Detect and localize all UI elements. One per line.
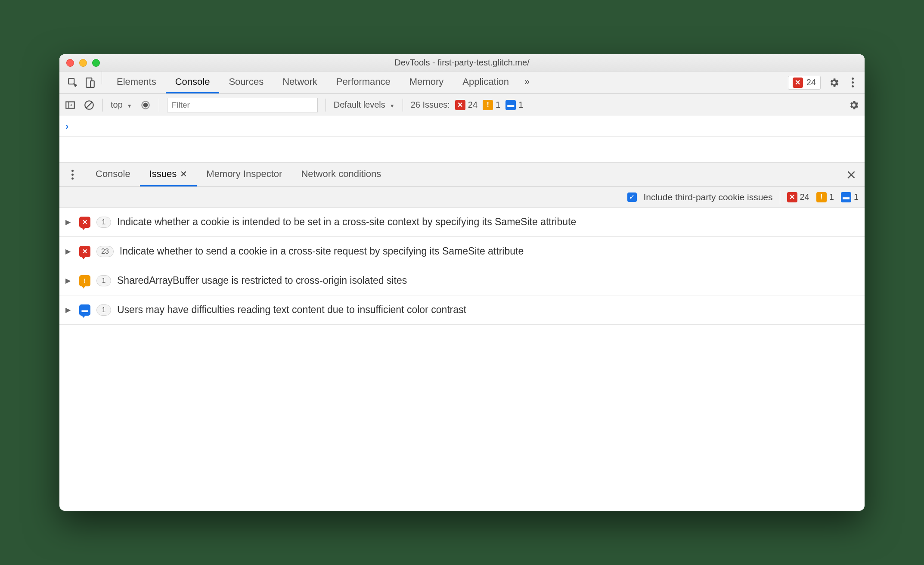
- issue-count-pill: 1: [96, 275, 111, 286]
- empty-area: [59, 325, 865, 511]
- separator: [159, 99, 159, 112]
- error-count: 24: [468, 100, 478, 110]
- drawer-tab-issues[interactable]: Issues✕: [140, 163, 197, 186]
- issues-summary[interactable]: 26 Issues: ✕24 !1 ▬1: [411, 100, 524, 110]
- drawer-tabbar: ConsoleIssues✕Memory InspectorNetwork co…: [59, 163, 865, 187]
- warning-icon: !: [816, 192, 827, 202]
- issues-prefix: 26 Issues:: [411, 100, 450, 110]
- separator: [102, 71, 102, 84]
- issue-kind-icon: ▬: [79, 304, 90, 316]
- titlebar: DevTools - first-party-test.glitch.me/: [59, 54, 865, 71]
- expand-icon[interactable]: ▶: [65, 218, 73, 226]
- issue-title: SharedArrayBuffer usage is restricted to…: [117, 275, 407, 286]
- error-icon: ✕: [787, 192, 797, 202]
- tab-console[interactable]: Console: [166, 71, 220, 93]
- issue-kind-icon: ✕: [79, 217, 90, 228]
- svg-line-5: [86, 102, 92, 108]
- console-prompt[interactable]: ›: [59, 116, 865, 137]
- issue-kind-icon: ✕: [79, 246, 90, 257]
- live-expression-icon[interactable]: [140, 99, 151, 111]
- console-output-area: [59, 137, 865, 163]
- close-tab-icon[interactable]: ✕: [180, 169, 187, 179]
- clear-console-icon[interactable]: [84, 99, 95, 111]
- kebab-menu-icon[interactable]: [847, 78, 858, 87]
- error-count: 24: [806, 78, 816, 87]
- issue-row[interactable]: ▶!1SharedArrayBuffer usage is restricted…: [59, 266, 865, 295]
- window-title: DevTools - first-party-test.glitch.me/: [59, 58, 865, 68]
- more-tabs-button[interactable]: »: [519, 71, 535, 93]
- device-toolbar-icon[interactable]: [84, 77, 96, 88]
- issue-count-pill: 1: [96, 217, 111, 228]
- error-icon: ✕: [455, 100, 465, 110]
- drawer-tab-console[interactable]: Console: [86, 163, 140, 186]
- info-icon: ▬: [505, 100, 516, 110]
- close-drawer-icon[interactable]: [846, 169, 857, 180]
- drawer-tab-memory-inspector[interactable]: Memory Inspector: [197, 163, 291, 186]
- levels-label: Default levels: [334, 100, 385, 110]
- expand-icon[interactable]: ▶: [65, 306, 73, 314]
- issues-toolbar: ✓ Include third-party cookie issues ✕24 …: [59, 187, 865, 208]
- tab-elements[interactable]: Elements: [107, 71, 166, 93]
- tab-performance[interactable]: Performance: [327, 71, 400, 93]
- issue-count-pill: 23: [96, 246, 114, 257]
- show-console-sidebar-icon[interactable]: [65, 99, 76, 111]
- expand-icon[interactable]: ▶: [65, 276, 73, 285]
- prompt-chevron-icon: ›: [65, 121, 68, 132]
- main-tabbar: ElementsConsoleSourcesNetworkPerformance…: [59, 71, 865, 94]
- separator: [326, 99, 326, 112]
- warn-count: 1: [496, 100, 500, 110]
- issue-row[interactable]: ▶✕1Indicate whether a cookie is intended…: [59, 208, 865, 237]
- issue-title: Users may have difficulties reading text…: [117, 304, 466, 316]
- error-count-badge[interactable]: ✕ 24: [788, 76, 821, 90]
- warning-filter[interactable]: !1: [816, 192, 834, 202]
- console-settings-gear-icon[interactable]: [848, 99, 859, 111]
- warning-icon: !: [483, 100, 493, 110]
- separator: [102, 99, 103, 112]
- issue-row[interactable]: ▶▬1Users may have difficulties reading t…: [59, 295, 865, 325]
- issues-list: ▶✕1Indicate whether a cookie is intended…: [59, 208, 865, 325]
- info-count: 1: [518, 100, 523, 110]
- issue-kind-icon: !: [79, 275, 90, 286]
- settings-gear-icon[interactable]: [828, 77, 840, 88]
- devtools-window: DevTools - first-party-test.glitch.me/ E…: [59, 54, 865, 511]
- issue-title: Indicate whether a cookie is intended to…: [117, 216, 576, 228]
- inspect-element-icon[interactable]: [67, 77, 78, 88]
- context-label: top: [111, 100, 123, 110]
- tab-network[interactable]: Network: [273, 71, 327, 93]
- error-icon: ✕: [793, 78, 803, 88]
- drawer-tab-network-conditions[interactable]: Network conditions: [291, 163, 391, 186]
- log-levels-selector[interactable]: Default levels: [334, 100, 395, 110]
- filter-input[interactable]: [167, 98, 318, 112]
- tab-memory[interactable]: Memory: [400, 71, 453, 93]
- include-cookies-label: Include third-party cookie issues: [644, 192, 773, 202]
- context-selector[interactable]: top: [111, 100, 132, 110]
- tab-application[interactable]: Application: [453, 71, 518, 93]
- svg-rect-2: [90, 81, 94, 87]
- drawer-kebab-icon[interactable]: [67, 170, 78, 180]
- separator: [780, 191, 780, 204]
- svg-point-6: [143, 102, 148, 107]
- expand-icon[interactable]: ▶: [65, 247, 73, 255]
- info-filter[interactable]: ▬1: [841, 192, 859, 202]
- issue-title: Indicate whether to send a cookie in a c…: [120, 245, 524, 257]
- tab-sources[interactable]: Sources: [219, 71, 273, 93]
- issue-row[interactable]: ▶✕23Indicate whether to send a cookie in…: [59, 237, 865, 266]
- include-cookies-checkbox[interactable]: ✓: [627, 192, 637, 202]
- issue-count-pill: 1: [96, 304, 111, 316]
- error-filter[interactable]: ✕24: [787, 192, 809, 202]
- separator: [403, 99, 403, 112]
- console-toolbar: top Default levels 26 Issues: ✕24 !1 ▬1: [59, 94, 865, 116]
- info-icon: ▬: [841, 192, 851, 202]
